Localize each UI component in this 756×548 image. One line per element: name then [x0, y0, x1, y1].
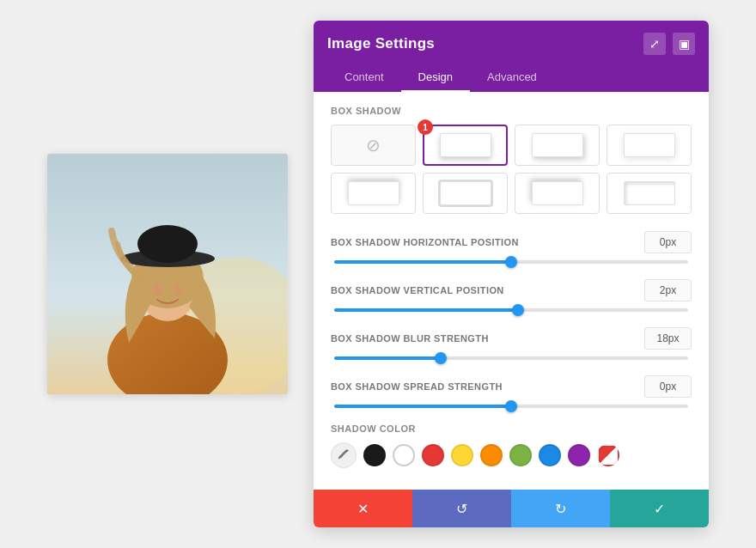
svg-point-9 [174, 284, 182, 295]
slider-vertical-header: Box Shadow Vertical Position [331, 279, 692, 301]
confirm-icon: ✓ [654, 501, 665, 517]
shadow-option-bottom-right[interactable] [515, 125, 600, 166]
shadow-preview-inset [624, 181, 675, 205]
slider-horizontal-input[interactable] [644, 231, 692, 253]
shadow-badge: 1 [418, 119, 433, 135]
shadow-color-label: Shadow Color [331, 423, 692, 434]
slider-blur-thumb[interactable] [435, 352, 447, 364]
color-section: Shadow Color [331, 423, 692, 468]
layout-icon-btn[interactable]: ▣ [673, 33, 695, 55]
panel-header: Image Settings ⤢ ▣ Content Design Advanc… [314, 21, 709, 92]
swatch-blue[interactable] [539, 444, 561, 466]
shadow-option-border[interactable] [423, 173, 508, 214]
shadow-preview-border [440, 181, 491, 205]
shadow-preview-bottom [440, 133, 491, 157]
redo-button[interactable]: ↻ [511, 490, 610, 527]
slider-blur-label: Box Shadow Blur Strength [331, 333, 489, 344]
slider-vertical-fill [334, 308, 518, 312]
fullscreen-icon: ⤢ [649, 37, 660, 51]
slider-horizontal-thumb[interactable] [505, 256, 517, 268]
swatch-gradient[interactable] [597, 444, 619, 466]
fullscreen-icon-btn[interactable]: ⤢ [643, 33, 666, 55]
shadow-option-bottom-soft[interactable] [607, 125, 692, 166]
swatch-white[interactable] [393, 444, 415, 466]
svg-point-7 [137, 225, 198, 263]
layout-icon: ▣ [679, 37, 690, 51]
shadow-option-inset[interactable] [607, 173, 692, 214]
image-preview [47, 154, 288, 394]
header-top: Image Settings ⤢ ▣ [327, 33, 695, 55]
slider-spread-header: Box Shadow Spread Strength [331, 375, 692, 398]
color-row [331, 442, 692, 468]
cancel-button[interactable]: ✕ [314, 490, 412, 527]
slider-horizontal-section: Box Shadow Horizontal Position [331, 231, 692, 264]
tab-content[interactable]: Content [327, 64, 401, 92]
slider-vertical-input[interactable] [644, 279, 692, 301]
swatch-yellow1[interactable] [451, 444, 473, 466]
swatch-purple[interactable] [568, 444, 590, 466]
slider-vertical-section: Box Shadow Vertical Position [331, 279, 692, 312]
no-shadow-icon: ⊘ [366, 135, 381, 155]
slider-horizontal-fill [334, 260, 511, 264]
shadow-grid: ⊘ 1 [331, 125, 692, 214]
panel-title: Image Settings [327, 35, 435, 52]
svg-point-8 [153, 284, 162, 295]
slider-blur-fill [334, 356, 441, 360]
slider-spread-fill [334, 405, 511, 408]
swatch-green[interactable] [509, 444, 532, 466]
swatch-red[interactable] [422, 444, 444, 466]
swatch-orange[interactable] [480, 444, 503, 466]
shadow-preview-bottom-right [532, 133, 583, 157]
reset-icon: ↺ [456, 501, 467, 517]
slider-vertical-label: Box Shadow Vertical Position [331, 285, 504, 295]
slider-horizontal-header: Box Shadow Horizontal Position [331, 231, 692, 253]
slider-blur-section: Box Shadow Blur Strength [331, 327, 692, 360]
slider-spread-input[interactable] [644, 375, 692, 398]
eyedropper-icon [337, 448, 351, 462]
slider-spread-label: Box Shadow Spread Strength [331, 381, 503, 392]
slider-horizontal-track[interactable] [334, 260, 688, 264]
confirm-button[interactable]: ✓ [610, 490, 709, 527]
person-illustration [47, 154, 288, 394]
reset-button[interactable]: ↺ [412, 490, 511, 527]
cancel-icon: ✕ [357, 501, 369, 517]
tab-advanced[interactable]: Advanced [470, 64, 554, 92]
slider-vertical-thumb[interactable] [512, 304, 524, 316]
shadow-option-bottom[interactable]: 1 [423, 125, 508, 166]
shadow-preview-bottom-soft [624, 133, 675, 157]
shadow-option-top-right[interactable] [515, 173, 600, 214]
panel-body: Box Shadow ⊘ 1 [314, 92, 709, 490]
swatch-black[interactable] [363, 444, 386, 466]
image-panel [47, 154, 288, 394]
slider-vertical-track[interactable] [334, 308, 688, 312]
shadow-preview-top [348, 181, 399, 205]
slider-horizontal-label: Box Shadow Horizontal Position [331, 237, 519, 247]
color-picker-btn[interactable] [331, 442, 357, 468]
shadow-preview-top-right [532, 181, 583, 205]
tabs: Content Design Advanced [327, 64, 695, 92]
slider-blur-header: Box Shadow Blur Strength [331, 327, 692, 350]
slider-blur-track[interactable] [334, 356, 688, 360]
panel-footer: ✕ ↺ ↻ ✓ [314, 490, 709, 527]
slider-blur-input[interactable] [644, 327, 692, 350]
redo-icon: ↻ [555, 501, 566, 517]
slider-spread-track[interactable] [334, 405, 688, 408]
settings-panel: Image Settings ⤢ ▣ Content Design Advanc… [314, 21, 709, 527]
tab-design[interactable]: Design [401, 64, 470, 92]
slider-spread-section: Box Shadow Spread Strength [331, 375, 692, 408]
shadow-option-none[interactable]: ⊘ [331, 125, 416, 166]
shadow-option-top[interactable] [331, 173, 416, 214]
box-shadow-label: Box Shadow [331, 106, 692, 116]
slider-spread-thumb[interactable] [505, 400, 517, 412]
header-icons: ⤢ ▣ [643, 33, 695, 55]
